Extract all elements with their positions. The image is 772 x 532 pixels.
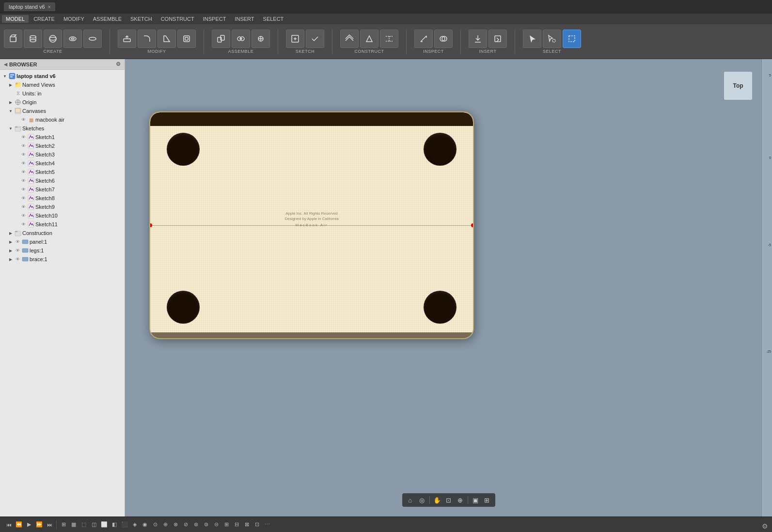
sketch11-visibility-icon[interactable]: 👁	[20, 221, 27, 228]
playback-next-button[interactable]: ⏩	[34, 520, 44, 530]
sketch1-item[interactable]: ▶ 👁 Sketch1	[0, 133, 125, 141]
measure-button[interactable]	[414, 30, 433, 48]
sketches-item[interactable]: ▼ Sketches	[0, 124, 125, 133]
root-expand-arrow[interactable]: ▼	[2, 73, 8, 79]
panel1-item[interactable]: ▶ 👁 panel:1	[0, 237, 125, 246]
sketch3-visibility-icon[interactable]: 👁	[20, 152, 27, 158]
sketch6-item[interactable]: ▶ 👁 Sketch6	[0, 176, 125, 185]
menu-modify[interactable]: MODIFY	[60, 15, 88, 23]
timeline-btn-18[interactable]: ⊟	[232, 520, 241, 530]
midplane-button[interactable]	[380, 30, 398, 48]
sketch7-item[interactable]: ▶ 👁 Sketch7	[0, 185, 125, 194]
sketch2-item[interactable]: ▶ 👁 Sketch2	[0, 141, 125, 150]
sketch8-visibility-icon[interactable]: 👁	[20, 195, 27, 202]
timeline-btn-20[interactable]: ⊡	[252, 520, 262, 530]
brace1-visibility-icon[interactable]: 👁	[15, 256, 21, 263]
as-built-joint-button[interactable]	[252, 30, 270, 48]
create-box-button[interactable]	[4, 30, 22, 48]
finish-sketch-button[interactable]	[306, 30, 324, 48]
timeline-btn-12[interactable]: ⊗	[171, 520, 180, 530]
sketch10-visibility-icon[interactable]: 👁	[20, 213, 27, 219]
timeline-btn-17[interactable]: ⊞	[221, 520, 231, 530]
grid-settings-button[interactable]: ⊞	[482, 495, 492, 505]
timeline-btn-19[interactable]: ⊠	[242, 520, 252, 530]
plane-at-angle-button[interactable]	[360, 30, 378, 48]
create-sphere-button[interactable]	[44, 30, 62, 48]
menu-create[interactable]: CREATE	[30, 15, 59, 23]
menu-sketch[interactable]: SKETCH	[126, 15, 156, 23]
pan-button[interactable]: ✋	[432, 495, 442, 505]
window-select-button[interactable]	[563, 30, 581, 48]
playback-end-button[interactable]: ⏭	[45, 520, 54, 530]
playback-prev-button[interactable]: ⏪	[14, 520, 24, 530]
menu-construct[interactable]: CONSTRUCT	[157, 15, 198, 23]
timeline-btn-16[interactable]: ⊝	[211, 520, 221, 530]
timeline-btn-4[interactable]: ◫	[89, 520, 99, 530]
timeline-btn-5[interactable]: ⬜	[99, 520, 109, 530]
settings-gear-icon[interactable]: ⚙	[762, 522, 768, 530]
canvases-arrow[interactable]: ▼	[8, 108, 14, 114]
sketch5-item[interactable]: ▶ 👁 Sketch5	[0, 168, 125, 176]
sketch6-visibility-icon[interactable]: 👁	[20, 178, 27, 184]
playback-play-button[interactable]: ▶	[24, 520, 34, 530]
insert-derive-button[interactable]	[469, 30, 487, 48]
canvases-item[interactable]: ▼ Canvases	[0, 107, 125, 115]
browser-settings-button[interactable]: ⚙	[116, 61, 121, 67]
sketch4-visibility-icon[interactable]: 👁	[20, 160, 27, 167]
sketch10-item[interactable]: ▶ 👁 Sketch10	[0, 211, 125, 220]
panel1-arrow[interactable]: ▶	[8, 239, 14, 245]
tab-close-button[interactable]: ×	[48, 4, 51, 10]
brace1-arrow[interactable]: ▶	[8, 256, 14, 262]
construction-arrow[interactable]: ▶	[8, 230, 14, 236]
select-through-button[interactable]	[543, 30, 561, 48]
timeline-btn-15[interactable]: ⊜	[201, 520, 211, 530]
modify-fillet-button[interactable]	[138, 30, 156, 48]
sketches-arrow[interactable]: ▼	[8, 125, 14, 131]
sketch4-item[interactable]: ▶ 👁 Sketch4	[0, 159, 125, 168]
sketch9-item[interactable]: ▶ 👁 Sketch9	[0, 203, 125, 211]
sketch1-visibility-icon[interactable]: 👁	[20, 134, 27, 141]
display-settings-button[interactable]: ▣	[470, 495, 481, 505]
legs1-arrow[interactable]: ▶	[8, 248, 14, 253]
menu-assemble[interactable]: ASSEMBLE	[89, 15, 126, 23]
insert-svg-button[interactable]	[488, 30, 507, 48]
timeline-btn-11[interactable]: ⊕	[160, 520, 170, 530]
timeline-btn-14[interactable]: ⊛	[191, 520, 201, 530]
joint-button[interactable]	[232, 30, 250, 48]
timeline-btn-8[interactable]: ◈	[130, 520, 140, 530]
timeline-btn-6[interactable]: ◧	[110, 520, 119, 530]
view-cube[interactable]: Top	[721, 69, 755, 103]
browser-collapse-icon[interactable]: ◀	[4, 62, 7, 67]
document-tab[interactable]: laptop stand v6 ×	[4, 2, 55, 11]
menu-inspect[interactable]: INSPECT	[199, 15, 230, 23]
timeline-btn-1[interactable]: ⊞	[59, 520, 68, 530]
named-views-arrow[interactable]: ▶	[8, 82, 14, 88]
viewport[interactable]: 5 0 -5 -25 Top	[125, 59, 772, 532]
units-item[interactable]: ▶ ⧖ Units: in	[0, 89, 125, 98]
new-component-button[interactable]	[212, 30, 230, 48]
create-sketch-button[interactable]	[286, 30, 304, 48]
named-views-item[interactable]: ▶ 📁 Named Views	[0, 80, 125, 89]
zoom-in-button[interactable]: ⊕	[455, 495, 466, 505]
interference-button[interactable]	[434, 30, 453, 48]
menu-model[interactable]: MODEL	[2, 15, 29, 23]
tree-root[interactable]: ▼ laptop stand v6	[0, 72, 125, 80]
timeline-btn-13[interactable]: ⊘	[181, 520, 190, 530]
legs1-item[interactable]: ▶ 👁 legs:1	[0, 246, 125, 255]
panel1-visibility-icon[interactable]: 👁	[15, 239, 21, 245]
focus-button[interactable]: ◎	[417, 495, 427, 505]
select-button[interactable]	[523, 30, 541, 48]
origin-arrow[interactable]: ▶	[8, 99, 14, 105]
home-button[interactable]: ⌂	[405, 495, 416, 505]
create-torus-button[interactable]	[63, 30, 82, 48]
sketch8-item[interactable]: ▶ 👁 Sketch8	[0, 194, 125, 203]
sketch11-item[interactable]: ▶ 👁 Sketch11	[0, 220, 125, 229]
menu-select[interactable]: SELECT	[259, 15, 288, 23]
modify-shell-button[interactable]	[177, 30, 196, 48]
modify-chamfer-button[interactable]	[158, 30, 176, 48]
legs1-visibility-icon[interactable]: 👁	[15, 248, 21, 254]
create-coil-button[interactable]	[83, 30, 102, 48]
menu-insert[interactable]: INSERT	[231, 15, 258, 23]
origin-item[interactable]: ▶ Origin	[0, 98, 125, 107]
modify-press-pull-button[interactable]	[118, 30, 136, 48]
